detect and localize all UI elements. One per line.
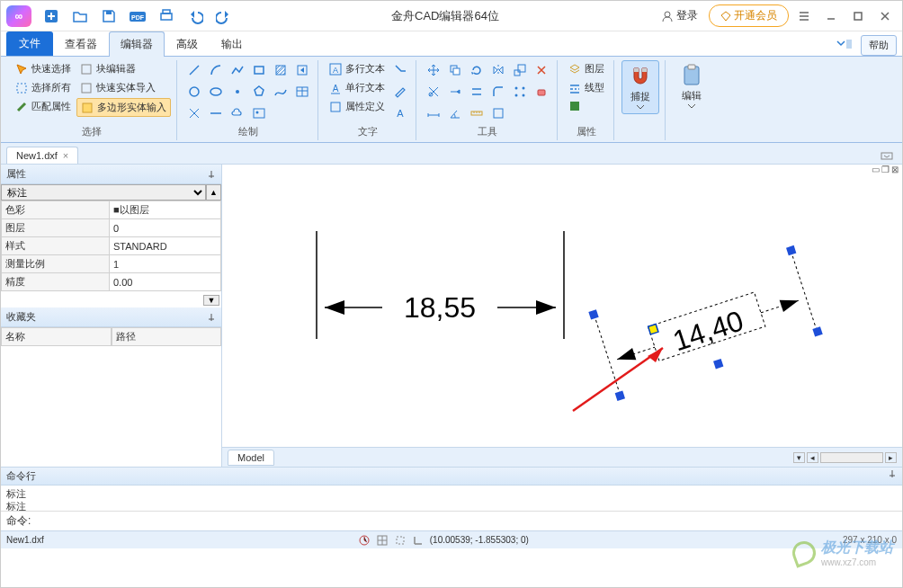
menu-button[interactable] bbox=[792, 4, 816, 28]
layout-dropdown-icon[interactable]: ▾ bbox=[793, 452, 805, 463]
dim-angular-icon[interactable] bbox=[445, 103, 465, 123]
table-row[interactable]: 图层0 bbox=[2, 219, 221, 237]
quick-entity-import-button[interactable]: 快速实体导入 bbox=[76, 79, 171, 96]
polyline-icon[interactable] bbox=[228, 60, 247, 80]
redo-button[interactable] bbox=[211, 4, 237, 28]
explode-icon[interactable] bbox=[532, 60, 551, 80]
point-icon[interactable] bbox=[228, 82, 247, 102]
close-tab-icon[interactable]: × bbox=[63, 150, 68, 161]
move-icon[interactable] bbox=[424, 60, 443, 80]
dim-linear-icon[interactable] bbox=[424, 103, 443, 123]
open-file-button[interactable] bbox=[67, 4, 93, 28]
status-grid-icon[interactable] bbox=[376, 534, 389, 547]
mirror-icon[interactable] bbox=[488, 60, 508, 80]
hatch-icon[interactable] bbox=[271, 60, 291, 80]
tab-advanced[interactable]: 高级 bbox=[165, 31, 210, 57]
vip-button[interactable]: 开通会员 bbox=[709, 4, 789, 27]
pin-icon[interactable] bbox=[207, 313, 216, 322]
close-button[interactable] bbox=[873, 4, 897, 28]
match-prop-button[interactable]: 匹配属性 bbox=[12, 98, 75, 115]
text-edit-icon[interactable] bbox=[390, 82, 410, 102]
hscroll-track[interactable] bbox=[820, 452, 883, 463]
prop-scroll-up[interactable]: ▲ bbox=[206, 184, 221, 200]
print-button[interactable] bbox=[154, 4, 179, 28]
ray-icon[interactable] bbox=[184, 103, 204, 123]
image-icon[interactable] bbox=[249, 103, 269, 123]
pin-icon[interactable] bbox=[207, 170, 216, 179]
canvas-min-icon[interactable]: ▭ bbox=[872, 165, 880, 177]
leader-icon[interactable] bbox=[390, 60, 410, 80]
status-snap-icon[interactable] bbox=[394, 534, 407, 547]
object-type-select[interactable]: 标注 bbox=[1, 184, 206, 200]
maximize-button[interactable] bbox=[846, 4, 870, 28]
xline-icon[interactable] bbox=[206, 103, 226, 123]
linetype-button[interactable]: 线型 bbox=[565, 79, 608, 96]
prop-swatch-button[interactable] bbox=[565, 98, 608, 114]
save-button[interactable] bbox=[96, 4, 121, 28]
table-row[interactable]: 色彩■以图层 bbox=[2, 201, 221, 219]
svg-rect-8 bbox=[846, 40, 852, 49]
command-input[interactable] bbox=[34, 514, 897, 529]
table-icon[interactable] bbox=[292, 82, 312, 102]
stext-button[interactable]: A单行文本 bbox=[326, 79, 389, 96]
poly-entity-input-button[interactable]: 多边形实体输入 bbox=[76, 98, 171, 117]
pdf-export-button[interactable]: PDF bbox=[125, 4, 150, 28]
rect-icon[interactable] bbox=[249, 60, 269, 80]
array-icon[interactable] bbox=[510, 82, 530, 102]
table-row[interactable]: 样式STANDARD bbox=[2, 237, 221, 255]
circle-icon[interactable] bbox=[184, 82, 204, 102]
copy-icon[interactable] bbox=[445, 60, 465, 80]
trim-icon[interactable] bbox=[424, 82, 443, 102]
settings-dropdown[interactable] bbox=[832, 33, 857, 57]
tab-viewer[interactable]: 查看器 bbox=[53, 31, 109, 57]
edit-button[interactable]: 编辑 bbox=[673, 60, 711, 112]
tab-file[interactable]: 文件 bbox=[6, 31, 53, 56]
snap-button[interactable]: 捕捉 bbox=[621, 60, 659, 114]
ellipse-icon[interactable] bbox=[206, 82, 226, 102]
document-tab[interactable]: New1.dxf × bbox=[6, 147, 78, 164]
model-tab[interactable]: Model bbox=[228, 450, 274, 466]
new-file-button[interactable] bbox=[39, 4, 64, 28]
login-button[interactable]: 登录 bbox=[654, 5, 705, 26]
scroll-left-icon[interactable]: ◂ bbox=[807, 452, 818, 463]
line-icon[interactable] bbox=[184, 60, 204, 80]
minimize-button[interactable] bbox=[819, 4, 843, 28]
select-all-button[interactable]: 选择所有 bbox=[12, 79, 75, 96]
layer-button[interactable]: 图层 bbox=[565, 60, 608, 77]
canvas-restore-icon[interactable]: ❐ bbox=[881, 165, 890, 177]
drawing-canvas[interactable]: 18,55 14,40 bbox=[222, 177, 902, 447]
polygon-icon[interactable] bbox=[249, 82, 269, 102]
text-style-icon[interactable]: A bbox=[390, 103, 410, 123]
offset-icon[interactable] bbox=[467, 82, 487, 102]
attr-def-button[interactable]: 属性定义 bbox=[326, 98, 389, 115]
scroll-right-icon[interactable]: ▸ bbox=[885, 452, 897, 463]
status-ortho-icon[interactable] bbox=[412, 534, 425, 547]
tab-output[interactable]: 输出 bbox=[210, 31, 255, 57]
status-toggle-icon[interactable] bbox=[358, 534, 371, 547]
tabs-dropdown[interactable] bbox=[877, 146, 897, 165]
column-header[interactable]: 路径 bbox=[112, 327, 222, 346]
quick-select-button[interactable]: 快速选择 bbox=[12, 60, 75, 77]
measure-icon[interactable] bbox=[467, 103, 487, 123]
mtext-button[interactable]: A多行文本 bbox=[326, 60, 389, 77]
tab-editor[interactable]: 编辑器 bbox=[109, 31, 165, 57]
column-header[interactable]: 名称 bbox=[1, 327, 112, 346]
erase-icon[interactable] bbox=[532, 82, 551, 102]
undo-button[interactable] bbox=[183, 4, 208, 28]
fillet-icon[interactable] bbox=[488, 82, 508, 102]
table-row[interactable]: 精度0.00 bbox=[2, 273, 221, 291]
extend-icon[interactable] bbox=[445, 82, 465, 102]
block-editor-button[interactable]: 块编辑器 bbox=[76, 60, 171, 77]
arc-icon[interactable] bbox=[206, 60, 226, 80]
canvas-close-icon[interactable]: ⊠ bbox=[891, 165, 899, 177]
insert-block-icon[interactable] bbox=[292, 60, 312, 80]
pin-icon[interactable] bbox=[888, 469, 897, 483]
cloud-icon[interactable] bbox=[228, 103, 247, 123]
table-row[interactable]: 测量比例1 bbox=[2, 255, 221, 273]
help-button[interactable]: 帮助 bbox=[861, 35, 897, 56]
scale-icon[interactable] bbox=[510, 60, 530, 80]
shape-icon[interactable] bbox=[488, 103, 508, 123]
rotate-icon[interactable] bbox=[467, 60, 487, 80]
spline-icon[interactable] bbox=[271, 82, 291, 102]
prop-scroll-down[interactable]: ▼ bbox=[203, 295, 219, 306]
